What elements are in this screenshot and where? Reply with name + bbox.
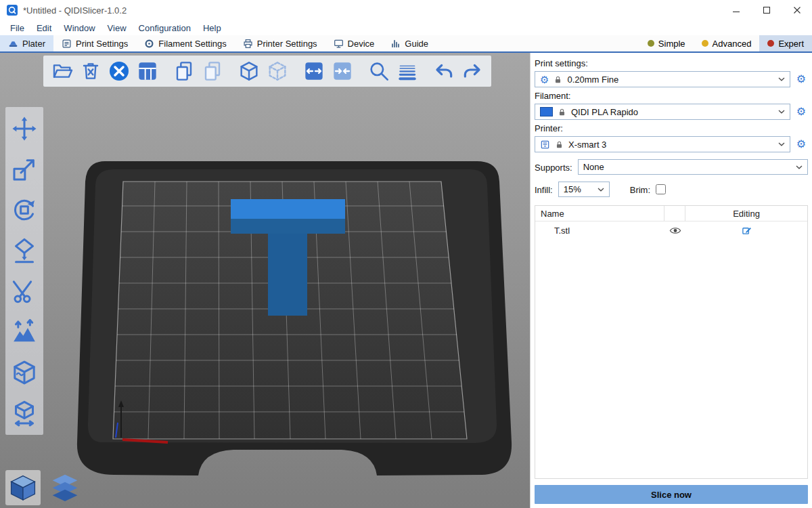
column-name: Name <box>535 206 664 221</box>
tab-device[interactable]: Device <box>325 35 383 51</box>
menu-edit[interactable]: Edit <box>30 22 58 35</box>
trash-icon <box>80 60 102 82</box>
brim-checkbox[interactable] <box>656 184 666 194</box>
mode-expert[interactable]: Expert <box>759 35 812 51</box>
mode-simple[interactable]: Simple <box>639 35 694 51</box>
split-to-objects-button[interactable] <box>300 58 328 85</box>
search-button[interactable] <box>365 58 392 85</box>
advanced-mode-dot-icon <box>702 40 708 47</box>
tab-guide[interactable]: Guide <box>382 35 436 51</box>
minimize-button[interactable] <box>721 0 751 20</box>
visibility-eye-icon[interactable] <box>665 226 685 235</box>
expert-mode-dot-icon <box>767 40 774 47</box>
add-instance-button[interactable] <box>235 58 263 85</box>
preview-layers-button[interactable] <box>47 470 83 505</box>
toolbar-top <box>43 56 491 87</box>
undo-button[interactable] <box>430 58 457 85</box>
chevron-down-icon <box>778 77 785 81</box>
tab-label: Device <box>348 39 375 49</box>
toolbar-gizmos <box>5 107 43 435</box>
gizmo-move-button[interactable] <box>9 114 39 144</box>
gizmo-seam-button[interactable] <box>9 358 39 387</box>
arrange-button[interactable] <box>134 58 161 85</box>
tab-plater[interactable]: Plater <box>0 35 53 51</box>
paste-button[interactable] <box>199 58 226 85</box>
filament-gear-button[interactable]: ⚙ <box>794 106 808 117</box>
window-controls <box>721 0 812 20</box>
delete-button[interactable] <box>77 58 104 85</box>
column-editing: Editing <box>685 206 807 221</box>
delete-all-button[interactable] <box>106 58 133 85</box>
layer-height-lines-icon <box>397 60 418 82</box>
variable-layer-height-button[interactable] <box>394 58 421 85</box>
editor-view-button[interactable] <box>5 470 41 505</box>
remove-instance-cube-icon <box>267 60 288 82</box>
mode-advanced[interactable]: Advanced <box>694 35 760 51</box>
plater-icon <box>8 39 18 49</box>
lock-icon <box>558 108 566 117</box>
slice-now-button[interactable]: Slice now <box>535 485 808 504</box>
menu-help[interactable]: Help <box>197 22 227 35</box>
window-title: *Untitled - QIDISlicer-1.0.2 <box>23 5 127 16</box>
viewport-3d[interactable] <box>0 53 530 508</box>
print-settings-value: 0.20mm Fine <box>567 75 618 85</box>
print-settings-combo[interactable]: ⚙ 0.20mm Fine <box>535 71 790 87</box>
infill-label: Infill: <box>535 185 553 195</box>
scissors-icon <box>11 278 38 305</box>
gizmo-scale-button[interactable] <box>9 154 39 184</box>
gear-icon: ⚙ <box>540 75 549 85</box>
lock-icon <box>555 140 564 149</box>
tab-printer-settings[interactable]: Printer Settings <box>235 35 325 51</box>
lock-icon <box>554 75 562 84</box>
print-settings-gear-button[interactable]: ⚙ <box>794 74 808 85</box>
close-button[interactable] <box>782 0 812 20</box>
printer-icon <box>243 39 253 49</box>
printer-combo[interactable]: X-smart 3 <box>535 136 790 152</box>
filament-combo[interactable]: QIDI PLA Rapido <box>535 104 790 120</box>
edit-object-icon[interactable] <box>685 226 807 236</box>
gizmo-measure-button[interactable] <box>9 398 39 428</box>
printer-value: X-smart 3 <box>568 140 606 150</box>
split-parts-icon <box>332 60 353 82</box>
supports-combo[interactable]: None <box>578 159 808 175</box>
maximize-button[interactable] <box>751 0 782 20</box>
gizmo-rotate-button[interactable] <box>9 195 39 225</box>
filament-color-swatch <box>540 107 553 117</box>
print-settings-label: Print settings: <box>535 58 808 68</box>
redo-button[interactable] <box>459 58 486 85</box>
copy-button[interactable] <box>171 58 198 85</box>
print-settings-icon <box>62 39 72 49</box>
gizmo-cut-button[interactable] <box>9 276 39 306</box>
supports-value: None <box>583 162 604 172</box>
tab-label: Filament Settings <box>158 39 226 49</box>
object-row[interactable]: T.stl <box>535 221 807 239</box>
column-visibility <box>664 206 685 221</box>
printer-mini-icon <box>540 140 550 150</box>
infill-combo[interactable]: 15% <box>558 182 610 197</box>
search-icon <box>368 60 390 82</box>
open-folder-icon <box>51 60 73 82</box>
infill-value: 15% <box>564 184 581 194</box>
menu-view[interactable]: View <box>102 22 133 35</box>
tab-filament-settings[interactable]: Filament Settings <box>136 35 234 51</box>
scene-canvas[interactable] <box>0 53 530 508</box>
simple-mode-dot-icon <box>648 40 654 47</box>
split-to-parts-button[interactable] <box>329 58 356 85</box>
supports-label: Supports: <box>535 163 572 173</box>
remove-instance-button[interactable] <box>264 58 291 85</box>
printer-gear-button[interactable]: ⚙ <box>794 139 808 150</box>
qidislicer-window: *Untitled - QIDISlicer-1.0.2 File Edit W… <box>0 0 812 508</box>
printer-label: Printer: <box>535 123 808 133</box>
menu-file[interactable]: File <box>4 22 30 35</box>
mode-switcher: Simple Advanced Expert <box>639 35 812 51</box>
menu-configuration[interactable]: Configuration <box>133 22 197 35</box>
rotate-icon <box>11 196 38 224</box>
menu-window[interactable]: Window <box>58 22 101 35</box>
gizmo-place-on-face-button[interactable] <box>9 236 39 266</box>
brim-label: Brim: <box>630 185 650 195</box>
chevron-down-icon <box>597 188 604 192</box>
tab-print-settings[interactable]: Print Settings <box>53 35 136 51</box>
open-button[interactable] <box>49 58 76 85</box>
gizmo-paint-supports-button[interactable] <box>9 317 39 347</box>
undo-arrow-icon <box>433 60 455 82</box>
